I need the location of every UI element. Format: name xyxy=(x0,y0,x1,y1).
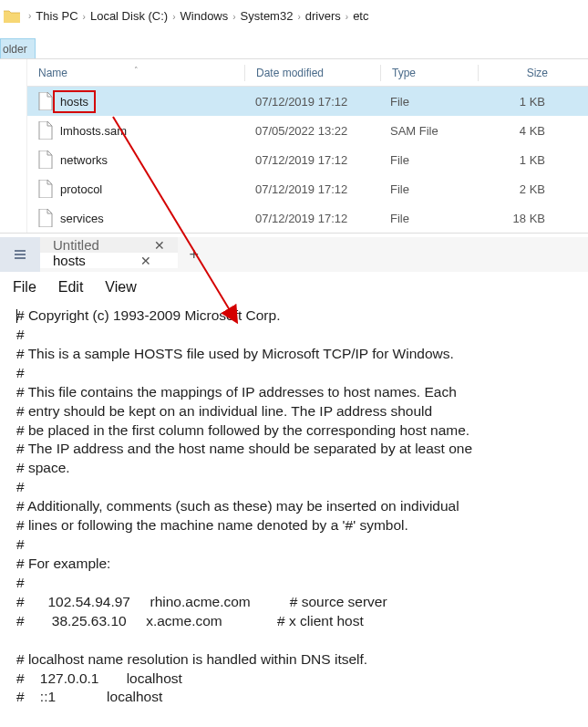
new-tab-button[interactable]: + xyxy=(178,237,211,272)
table-row[interactable]: networks07/12/2019 17:12File1 KB xyxy=(27,145,588,174)
editor-line: # For example: xyxy=(16,555,575,574)
editor-line: # The IP address and the host name shoul… xyxy=(16,440,575,459)
file-name: protocol xyxy=(60,182,102,196)
tab[interactable]: Untitled✕ xyxy=(40,237,178,253)
chevron-right-icon[interactable]: › xyxy=(232,12,235,22)
column-header-type[interactable]: Type xyxy=(381,67,478,79)
file-date: 07/12/2019 17:12 xyxy=(244,182,379,196)
editor-line: # xyxy=(16,574,575,593)
editor-line: # 102.54.94.97 rhino.acme.com # source s… xyxy=(16,593,575,612)
file-type: File xyxy=(379,95,476,109)
file-size: 2 KB xyxy=(476,182,567,196)
editor-line xyxy=(16,631,575,650)
tab-bar: Untitled✕hosts✕ + xyxy=(0,237,588,272)
file-type: SAM File xyxy=(379,124,476,138)
file-icon xyxy=(38,92,53,110)
breadcrumb-segment[interactable]: etc xyxy=(353,9,368,23)
tree-panel[interactable] xyxy=(0,59,27,233)
editor-line: # 127.0.0.1 localhost xyxy=(16,670,575,689)
editor-line: # This is a sample HOSTS file used by Mi… xyxy=(16,345,575,364)
file-icon xyxy=(38,209,53,227)
table-row[interactable]: protocol07/12/2019 17:12File2 KB xyxy=(27,174,588,203)
ribbon-row: older xyxy=(0,32,588,59)
file-size: 18 KB xyxy=(476,212,567,225)
file-size: 1 KB xyxy=(476,95,567,109)
table-row[interactable]: lmhosts.sam07/05/2022 13:22SAM File4 KB xyxy=(27,116,588,145)
menu-item-file[interactable]: File xyxy=(13,279,36,296)
breadcrumb-segment[interactable]: Windows xyxy=(181,9,229,23)
editor-line: # entry should be kept on an individual … xyxy=(16,402,575,421)
table-row[interactable]: hosts07/12/2019 17:12File1 KB xyxy=(27,87,588,116)
editor-line: # xyxy=(16,364,575,383)
breadcrumb-segment[interactable]: System32 xyxy=(241,9,294,23)
notepad-window: Untitled✕hosts✕ + FileEditView # Copyrig… xyxy=(0,237,588,725)
file-list-panel: ˄ Name Date modified Type Size hosts07/1… xyxy=(27,59,588,233)
editor-line: # This file contains the mappings of IP … xyxy=(16,383,575,402)
file-type: File xyxy=(379,153,476,167)
editor-line: # xyxy=(16,326,575,345)
breadcrumb-segment[interactable]: drivers xyxy=(305,9,341,23)
tab-title: Untitled xyxy=(53,237,99,253)
file-name: lmhosts.sam xyxy=(60,124,127,138)
editor-line: # ::1 localhost xyxy=(16,688,575,707)
file-icon xyxy=(38,121,53,140)
editor-line: # space. xyxy=(16,459,575,478)
file-name: networks xyxy=(60,153,108,167)
column-header-date[interactable]: Date modified xyxy=(245,67,380,79)
file-explorer-window: › This PC›Local Disk (C:)›Windows›System… xyxy=(0,0,588,234)
close-icon[interactable]: ✕ xyxy=(154,238,165,253)
menu-bar: FileEditView xyxy=(0,272,588,305)
column-header-name[interactable]: ˄ Name xyxy=(27,67,244,79)
chevron-right-icon[interactable]: › xyxy=(83,12,86,22)
menu-item-view[interactable]: View xyxy=(105,279,136,296)
menu-item-edit[interactable]: Edit xyxy=(58,279,84,296)
chevron-right-icon[interactable]: › xyxy=(346,12,348,22)
menu-icon xyxy=(15,250,26,259)
editor-line: # Copyright (c) 1993-2009 Microsoft Corp… xyxy=(16,306,575,326)
ribbon-button[interactable]: older xyxy=(0,38,36,58)
breadcrumb-segment[interactable]: This PC xyxy=(36,9,77,23)
file-date: 07/12/2019 17:12 xyxy=(244,153,379,167)
editor-line: # localhost name resolution is handled w… xyxy=(16,650,575,670)
editor-line: # xyxy=(16,535,575,555)
file-size: 1 KB xyxy=(476,153,567,167)
editor-line: # be placed in the first column followed… xyxy=(16,421,575,441)
editor-line: # 38.25.63.10 x.acme.com # x client host xyxy=(16,612,575,631)
file-icon xyxy=(38,151,53,169)
file-date: 07/12/2019 17:12 xyxy=(244,95,379,109)
tab[interactable]: hosts✕ xyxy=(40,253,178,268)
file-date: 07/12/2019 17:12 xyxy=(244,212,379,225)
file-icon xyxy=(38,180,53,198)
folder-icon xyxy=(4,9,20,23)
chevron-right-icon[interactable]: › xyxy=(172,12,175,22)
chevron-right-icon[interactable]: › xyxy=(297,12,300,22)
column-header-row: ˄ Name Date modified Type Size xyxy=(27,59,588,87)
editor-content[interactable]: # Copyright (c) 1993-2009 Microsoft Corp… xyxy=(0,305,588,725)
chevron-right-icon[interactable]: › xyxy=(28,11,31,21)
file-type: File xyxy=(379,212,476,225)
editor-line: # xyxy=(16,478,575,497)
breadcrumb-segment[interactable]: Local Disk (C:) xyxy=(90,9,168,23)
file-date: 07/05/2022 13:22 xyxy=(244,124,379,138)
file-name: services xyxy=(60,212,104,225)
editor-line: # lines or following the machine name de… xyxy=(16,516,575,535)
close-icon[interactable]: ✕ xyxy=(140,254,151,268)
column-header-size[interactable]: Size xyxy=(479,67,570,79)
file-type: File xyxy=(379,182,476,196)
tab-title: hosts xyxy=(53,253,86,268)
table-row[interactable]: services07/12/2019 17:12File18 KB xyxy=(27,203,588,233)
sort-ascending-icon: ˄ xyxy=(134,66,139,75)
file-size: 4 KB xyxy=(476,124,567,138)
file-name: hosts xyxy=(57,94,92,109)
tab-handle[interactable] xyxy=(0,237,40,272)
editor-line: # Additionally, comments (such as these)… xyxy=(16,497,575,516)
breadcrumb-bar[interactable]: › This PC›Local Disk (C:)›Windows›System… xyxy=(0,0,588,32)
